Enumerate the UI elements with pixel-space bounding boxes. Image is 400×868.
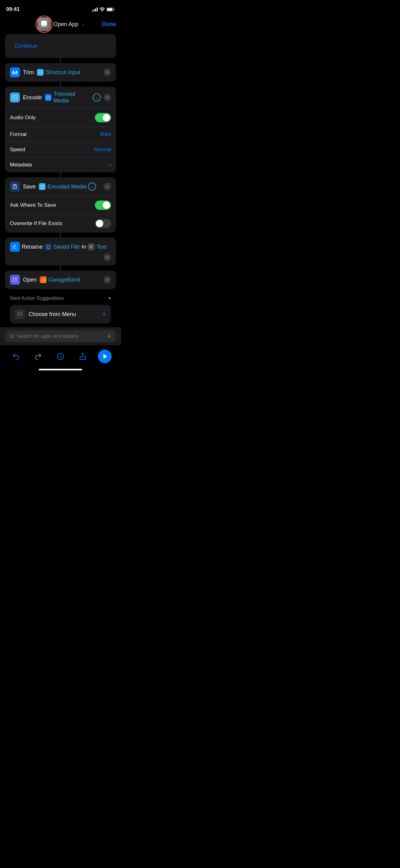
search-icon (9, 334, 14, 339)
suggestion-item: Choose from Menu + (10, 305, 111, 323)
open-label: Open (23, 277, 37, 283)
audio-only-row: Audio Only (5, 108, 116, 127)
continue-label: Continue (15, 43, 37, 49)
continue-header: Continue (10, 38, 111, 54)
wifi-icon (100, 7, 105, 11)
rename-card: Rename Saved File to Text ✕ (5, 238, 116, 266)
metadata-chevron-icon: › (109, 162, 111, 168)
speed-row[interactable]: Speed Normal (5, 142, 116, 157)
trim-param[interactable]: Shortcut Input (37, 69, 80, 76)
rename-param1[interactable]: Saved File (45, 243, 80, 250)
save-param-chevron[interactable]: ⌄ (88, 183, 96, 191)
rename-label: Rename (22, 244, 43, 250)
header-center: Open App ⌄ (37, 18, 85, 31)
encoded-media-icon (39, 183, 45, 190)
metadata-label: Metadata (10, 162, 32, 168)
svg-rect-13 (18, 312, 22, 315)
scissors-icon (12, 69, 18, 75)
metadata-row[interactable]: Metadata › (5, 157, 116, 172)
redo-button[interactable] (31, 349, 45, 363)
audio-only-label: Audio Only (10, 115, 36, 121)
format-row[interactable]: Format M4A (5, 127, 116, 142)
redo-icon (34, 352, 42, 361)
undo-button[interactable] (9, 349, 23, 363)
open-close-button[interactable]: ✕ (104, 276, 111, 283)
ask-where-toggle[interactable] (95, 200, 111, 210)
overwrite-toggle[interactable] (95, 219, 111, 228)
svg-rect-1 (107, 8, 112, 10)
suggestions-label: Next Action Suggestions (10, 296, 64, 301)
trim-close-button[interactable]: ✕ (104, 69, 111, 76)
play-button[interactable] (98, 349, 112, 363)
text-icon (88, 243, 95, 250)
play-icon (101, 352, 109, 361)
encode-label: Encode (23, 94, 42, 101)
encode-param[interactable]: Trimmed Media ⌄ (45, 91, 101, 104)
format-label: Format (10, 131, 27, 137)
svg-point-7 (39, 71, 42, 74)
choose-menu-icon (15, 309, 25, 319)
format-value: M4A (100, 131, 111, 137)
audio-only-toggle[interactable] (95, 113, 111, 122)
share-icon (79, 352, 87, 361)
connector-3 (60, 172, 61, 177)
save-close-button[interactable]: ✕ (104, 183, 111, 190)
trimmed-media-icon (45, 94, 52, 101)
open-param[interactable]: 🎸 GarageBand (40, 276, 80, 283)
trim-card: Trim Shortcut Input ✕ (5, 63, 116, 82)
content-area: Continue Trim (0, 34, 121, 323)
connector-5 (60, 266, 61, 270)
mic-icon[interactable] (107, 334, 112, 339)
ask-where-label: Ask Where To Save (10, 202, 56, 208)
save-param[interactable]: Encoded Media ⌄ (39, 183, 96, 191)
connector-2 (60, 82, 61, 87)
suggestion-left: Choose from Menu (15, 309, 76, 319)
open-header: Open 🎸 GarageBand ✕ (5, 270, 116, 289)
overwrite-row: Overwrite If File Exists (5, 215, 116, 232)
suggestion-text: Choose from Menu (29, 311, 76, 318)
open-action-icon (12, 277, 18, 282)
info-icon (57, 352, 65, 361)
encode-header: Encode Trimmed Media ⌄ ✕ (5, 87, 116, 108)
encode-param-label: Trimmed Media (53, 91, 91, 104)
encoded-icon (40, 185, 44, 189)
signal-icon (92, 7, 98, 11)
share-button[interactable] (76, 349, 90, 363)
toggle-thumb-3 (96, 220, 103, 227)
saved-file-icon (45, 243, 52, 250)
highlight-circle (35, 16, 53, 33)
open-icon (10, 275, 20, 285)
search-input[interactable] (17, 333, 104, 339)
done-button[interactable]: Done (102, 21, 116, 28)
continue-card: Continue (5, 34, 116, 58)
rename-close-button[interactable]: ✕ (104, 254, 111, 261)
encode-param-chevron[interactable]: ⌄ (93, 93, 100, 101)
rename-header: Rename Saved File to Text ✕ (5, 238, 116, 266)
search-bar-container (0, 327, 121, 345)
toggle-thumb (103, 114, 110, 121)
speed-value: Normal (94, 147, 111, 153)
open-param-label: GarageBand (48, 277, 80, 283)
connector-1 (60, 58, 61, 63)
svg-rect-10 (14, 184, 16, 186)
rename-icon (10, 242, 20, 252)
header-chevron-icon[interactable]: ⌄ (81, 22, 85, 27)
header-title: Open App (53, 21, 78, 28)
app-icon-wrapper (37, 18, 51, 31)
encode-close-button[interactable]: ✕ (104, 94, 111, 101)
battery-icon (107, 7, 115, 11)
file-icon (46, 245, 50, 249)
rename-param2[interactable]: Text (88, 243, 107, 250)
trim-param-label: Shortcut Input (45, 69, 80, 76)
save-action-icon (12, 184, 18, 189)
save-label: Save (23, 183, 36, 190)
info-button[interactable] (54, 349, 67, 363)
save-icon (10, 182, 20, 191)
rename-param1-label: Saved File (53, 244, 80, 250)
trim-icon (10, 67, 20, 77)
suggestions-header[interactable]: Next Action Suggestions ▾ (5, 289, 116, 305)
garageband-icon: 🎸 (40, 276, 46, 283)
save-header: Save Encoded Media ⌄ ✕ (5, 177, 116, 196)
suggestions-chevron-icon: ▾ (108, 295, 111, 301)
suggestion-add-button[interactable]: + (102, 310, 106, 318)
